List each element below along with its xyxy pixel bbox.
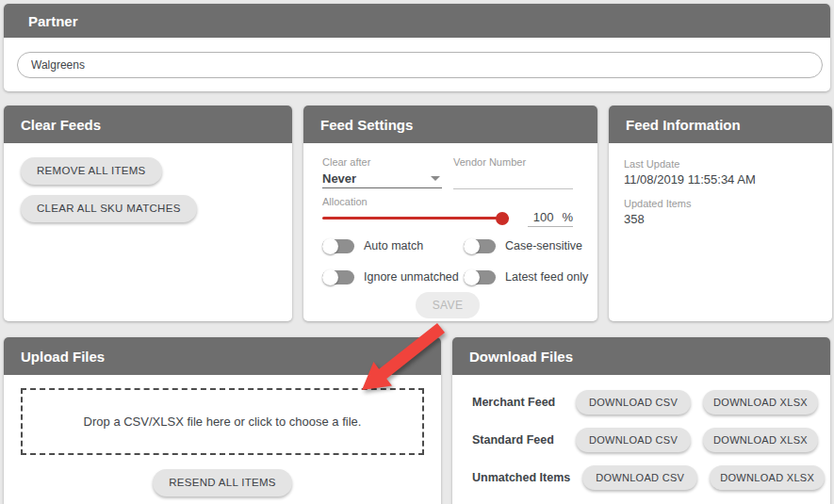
chevron-down-icon	[431, 176, 440, 181]
upload-files-header: Upload Files	[4, 337, 441, 375]
unmatched-items-download-csv-button[interactable]: DOWNLOAD CSV	[582, 465, 697, 490]
ignore-unmatched-toggle[interactable]	[322, 270, 354, 285]
last-update-value: 11/08/2019 11:55:34 AM	[624, 172, 813, 187]
download-files-panel: Download Files Merchant Feed DOWNLOAD CS…	[452, 337, 830, 504]
standard-feed-download-xlsx-button[interactable]: DOWNLOAD XLSX	[703, 428, 818, 452]
feed-information-panel: Feed Information Last Update 11/08/2019 …	[609, 106, 832, 321]
download-row-merchant-feed: Merchant Feed DOWNLOAD CSV DOWNLOAD XLSX	[472, 390, 818, 415]
allocation-slider-thumb[interactable]	[496, 212, 509, 225]
ignore-unmatched-label: Ignore unmatched	[364, 270, 459, 284]
dropzone-text: Drop a CSV/XLSX file here or click to ch…	[84, 415, 362, 429]
merchant-feed-download-csv-button[interactable]: DOWNLOAD CSV	[576, 390, 691, 415]
feed-settings-title: Feed Settings	[320, 117, 413, 133]
resend-all-items-button[interactable]: RESEND ALL ITEMS	[153, 469, 292, 496]
clear-after-select[interactable]: Never	[322, 171, 442, 188]
vendor-number-label: Vendor Number	[453, 156, 573, 168]
upload-files-title: Upload Files	[21, 349, 105, 365]
remove-all-items-button[interactable]: REMOVE ALL ITEMS	[21, 157, 162, 185]
feed-settings-panel: Feed Settings Clear after Never Vendor N…	[303, 106, 597, 321]
allocation-slider[interactable]	[322, 217, 509, 219]
latest-feed-only-label: Latest feed only	[505, 270, 588, 284]
upload-files-panel: Upload Files Drop a CSV/XLSX file here o…	[4, 337, 441, 504]
standard-feed-download-csv-button[interactable]: DOWNLOAD CSV	[576, 428, 691, 452]
download-row-standard-feed: Standard Feed DOWNLOAD CSV DOWNLOAD XLSX	[472, 428, 818, 452]
file-dropzone[interactable]: Drop a CSV/XLSX file here or click to ch…	[21, 388, 424, 455]
feed-settings-header: Feed Settings	[303, 106, 597, 143]
clear-feeds-panel: Clear Feeds REMOVE ALL ITEMS CLEAR ALL S…	[4, 106, 292, 321]
feed-information-title: Feed Information	[626, 117, 741, 133]
download-row-unmatched-items: Unmatched Items DOWNLOAD CSV DOWNLOAD XL…	[472, 465, 818, 490]
auto-match-toggle[interactable]	[322, 239, 354, 253]
unmatched-items-label: Unmatched Items	[472, 471, 570, 484]
clear-after-value: Never	[322, 171, 356, 186]
clear-all-sku-matches-button[interactable]: CLEAR ALL SKU MATCHES	[21, 195, 197, 222]
case-sensitive-toggle-item: Case-sensitive	[464, 239, 588, 253]
standard-feed-label: Standard Feed	[472, 433, 564, 447]
allocation-value: 100	[528, 210, 553, 224]
allocation-unit: %	[562, 210, 573, 224]
latest-feed-only-toggle-item: Latest feed only	[464, 270, 588, 285]
partner-title: Partner	[28, 13, 78, 29]
allocation-label: Allocation	[322, 196, 573, 207]
latest-feed-only-toggle[interactable]	[464, 270, 496, 285]
clear-feeds-header: Clear Feeds	[4, 106, 292, 143]
last-update-label: Last Update	[624, 158, 813, 170]
download-files-header: Download Files	[452, 337, 830, 375]
case-sensitive-toggle[interactable]	[464, 239, 496, 253]
partner-panel: Partner	[4, 4, 830, 91]
toggle-thumb	[464, 238, 480, 254]
updated-items-value: 358	[624, 212, 813, 226]
partner-input[interactable]	[17, 52, 823, 78]
case-sensitive-label: Case-sensitive	[505, 239, 582, 252]
save-button[interactable]: SAVE	[416, 292, 481, 318]
toggle-thumb	[322, 269, 338, 285]
auto-match-toggle-item: Auto match	[322, 239, 464, 253]
vendor-number-input[interactable]	[453, 171, 573, 189]
feed-information-header: Feed Information	[609, 106, 832, 143]
toggle-thumb	[464, 269, 480, 285]
vendor-number-field: Vendor Number	[453, 156, 573, 189]
ignore-unmatched-toggle-item: Ignore unmatched	[322, 270, 464, 285]
clear-after-label: Clear after	[322, 156, 442, 168]
auto-match-label: Auto match	[364, 239, 423, 252]
allocation-value-field[interactable]: 100 %	[528, 210, 573, 227]
toggle-thumb	[322, 238, 338, 254]
partner-panel-header: Partner	[4, 4, 830, 38]
merchant-feed-label: Merchant Feed	[472, 396, 564, 409]
updated-items-label: Updated Items	[624, 198, 813, 209]
clear-feeds-title: Clear Feeds	[21, 117, 101, 133]
merchant-feed-download-xlsx-button[interactable]: DOWNLOAD XLSX	[703, 390, 818, 415]
unmatched-items-download-xlsx-button[interactable]: DOWNLOAD XLSX	[710, 465, 825, 490]
clear-after-field: Clear after Never	[322, 156, 442, 189]
download-files-title: Download Files	[469, 349, 573, 365]
